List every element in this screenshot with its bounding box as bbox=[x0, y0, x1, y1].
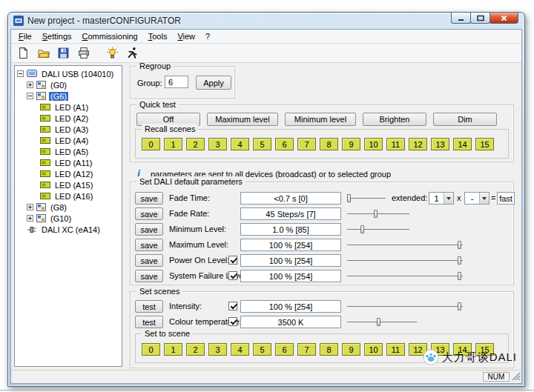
set-scene-4[interactable]: 4 bbox=[231, 343, 249, 356]
menu-help[interactable]: ? bbox=[200, 30, 215, 43]
set-scene-9[interactable]: 9 bbox=[342, 343, 360, 356]
slider-thumb[interactable] bbox=[458, 241, 461, 249]
slider-thumb[interactable] bbox=[458, 256, 461, 265]
save-button-toolbar[interactable] bbox=[54, 44, 73, 62]
slider-thumb[interactable] bbox=[374, 210, 378, 218]
recall-scene-9[interactable]: 9 bbox=[342, 138, 360, 150]
set-scene-6[interactable]: 6 bbox=[275, 343, 294, 356]
tree-item-led-a11[interactable]: LED (A11) bbox=[15, 157, 122, 168]
tree-item-dali-xc[interactable]: DALI XC (eA14) bbox=[15, 224, 122, 235]
menu-view[interactable]: View bbox=[172, 30, 200, 43]
recall-scene-8[interactable]: 8 bbox=[320, 138, 338, 150]
set-scene-8[interactable]: 8 bbox=[320, 343, 338, 356]
tree-item-g0[interactable]: (G0) bbox=[15, 79, 122, 90]
test-intensity-button[interactable]: test bbox=[135, 300, 163, 313]
tree-item-led-a3[interactable]: LED (A3) bbox=[15, 124, 122, 135]
menu-settings[interactable]: Settings bbox=[37, 30, 77, 43]
group-number-input[interactable]: 6 bbox=[165, 76, 188, 88]
tree-item-led-a2[interactable]: LED (A2) bbox=[15, 113, 122, 124]
save-system-failure-button[interactable]: save bbox=[135, 270, 163, 282]
menu-tools[interactable]: Tools bbox=[143, 30, 173, 43]
tree-item-g6[interactable]: (G6) bbox=[15, 90, 122, 102]
recall-scene-7[interactable]: 7 bbox=[297, 138, 316, 150]
set-scene-3[interactable]: 3 bbox=[208, 343, 227, 356]
system-failure-checkbox[interactable] bbox=[228, 271, 237, 280]
expand-icon[interactable] bbox=[27, 204, 33, 210]
set-scene-5[interactable]: 5 bbox=[253, 343, 271, 356]
recall-scene-2[interactable]: 2 bbox=[186, 138, 205, 150]
collapse-icon[interactable] bbox=[27, 93, 33, 99]
test-colour-temp-button[interactable]: test bbox=[135, 316, 163, 328]
menu-commissioning[interactable]: Commissioning bbox=[77, 30, 143, 43]
brighten-button[interactable]: Brighten bbox=[363, 113, 426, 126]
power-on-slider[interactable] bbox=[347, 255, 463, 266]
recall-scene-12[interactable]: 12 bbox=[409, 138, 427, 150]
colour-temp-slider[interactable] bbox=[347, 316, 417, 328]
tree-item-led-a4[interactable]: LED (A4) bbox=[15, 135, 122, 146]
save-maximum-level-button[interactable]: save bbox=[135, 239, 163, 251]
recall-scene-14[interactable]: 14 bbox=[453, 138, 472, 150]
recall-scene-5[interactable]: 5 bbox=[253, 138, 271, 150]
minimum-level-button[interactable]: Minimum level bbox=[285, 113, 356, 126]
set-scene-11[interactable]: 11 bbox=[386, 343, 405, 356]
dim-button[interactable]: Dim bbox=[433, 113, 497, 126]
recall-scene-4[interactable]: 4 bbox=[231, 138, 249, 150]
slider-thumb[interactable] bbox=[360, 225, 364, 233]
intensity-checkbox[interactable] bbox=[228, 302, 237, 310]
tree-item-led-a15[interactable]: LED (A15) bbox=[15, 179, 122, 190]
recall-scene-10[interactable]: 10 bbox=[364, 138, 383, 150]
expand-icon[interactable] bbox=[27, 82, 33, 88]
colour-temp-checkbox[interactable] bbox=[228, 317, 237, 326]
intensity-slider[interactable] bbox=[347, 301, 463, 312]
tree-item-dali-usb[interactable]: DALI USB (104010) bbox=[15, 68, 122, 79]
save-fade-rate-button[interactable]: save bbox=[135, 207, 163, 220]
tree-item-g10[interactable]: (G10) bbox=[15, 213, 122, 224]
tree-item-led-a1[interactable]: LED (A1) bbox=[15, 102, 122, 113]
system-failure-slider[interactable] bbox=[347, 270, 463, 282]
lamp-button[interactable] bbox=[103, 44, 122, 62]
slider-thumb[interactable] bbox=[347, 194, 351, 202]
tree-item-led-a12[interactable]: LED (A12) bbox=[15, 168, 122, 179]
recall-scene-13[interactable]: 13 bbox=[431, 138, 449, 150]
tree-item-led-a16[interactable]: LED (A16) bbox=[15, 190, 122, 202]
set-scene-7[interactable]: 7 bbox=[297, 343, 316, 356]
maximum-level-button[interactable]: Maximum level bbox=[207, 113, 278, 126]
tree-item-led-a5[interactable]: LED (A5) bbox=[15, 146, 122, 157]
resize-grip[interactable] bbox=[511, 371, 521, 382]
new-document-button[interactable] bbox=[14, 44, 33, 62]
collapse-icon[interactable] bbox=[17, 70, 24, 77]
close-button[interactable] bbox=[490, 13, 518, 24]
set-scene-0[interactable]: 0 bbox=[142, 343, 160, 356]
slider-thumb[interactable] bbox=[458, 272, 461, 280]
maximum-level-slider[interactable] bbox=[347, 239, 463, 250]
maximize-button[interactable] bbox=[470, 13, 490, 24]
save-power-on-button[interactable]: save bbox=[135, 254, 163, 267]
set-scene-2[interactable]: 2 bbox=[186, 343, 205, 356]
menu-file[interactable]: File bbox=[13, 30, 37, 43]
slider-thumb[interactable] bbox=[377, 318, 380, 326]
minimum-level-slider[interactable] bbox=[347, 224, 409, 235]
recall-scene-11[interactable]: 11 bbox=[386, 138, 405, 150]
fade-rate-slider[interactable] bbox=[347, 208, 409, 219]
open-project-button[interactable] bbox=[34, 44, 53, 62]
recall-scene-0[interactable]: 0 bbox=[142, 138, 160, 150]
save-minimum-level-button[interactable]: save bbox=[135, 223, 163, 236]
run-test-button[interactable] bbox=[123, 44, 142, 62]
print-button[interactable] bbox=[74, 44, 93, 62]
power-on-checkbox[interactable] bbox=[228, 256, 237, 265]
apply-button[interactable]: Apply bbox=[196, 76, 231, 90]
recall-scene-6[interactable]: 6 bbox=[275, 138, 294, 150]
recall-scene-1[interactable]: 1 bbox=[164, 138, 182, 150]
minimize-button[interactable] bbox=[451, 13, 471, 24]
recall-scene-3[interactable]: 3 bbox=[208, 138, 227, 150]
slider-thumb[interactable] bbox=[458, 302, 461, 310]
fade-time-slider[interactable] bbox=[347, 193, 386, 204]
title-bar[interactable]: New project - masterCONFIGURATOR bbox=[8, 13, 524, 29]
tree-item-g8[interactable]: (G8) bbox=[15, 202, 122, 213]
save-fade-time-button[interactable]: save bbox=[135, 192, 163, 205]
set-scene-10[interactable]: 10 bbox=[364, 343, 383, 356]
extended-unit-select[interactable]: - bbox=[464, 192, 490, 205]
set-scene-1[interactable]: 1 bbox=[164, 343, 182, 356]
extended-multiplier-select[interactable]: 1 bbox=[429, 192, 454, 205]
recall-scene-15[interactable]: 15 bbox=[475, 138, 494, 150]
